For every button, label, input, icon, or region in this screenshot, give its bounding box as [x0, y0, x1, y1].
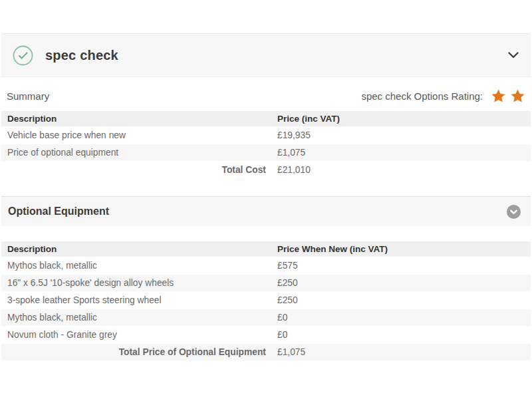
checkmark-circle-icon [13, 45, 33, 66]
chevron-down-icon[interactable] [508, 52, 519, 59]
table-row: Mythos black, metallic £0 [1, 309, 531, 327]
row-price: £250 [271, 292, 531, 309]
summary-label: Summary [7, 90, 49, 102]
summary-table-header-row: Description Price (inc VAT) [1, 111, 531, 127]
row-description: Mythos black, metallic [1, 309, 271, 327]
summary-total-row: Total Cost £21,010 [1, 162, 531, 179]
circle-chevron-down-icon[interactable] [507, 205, 521, 219]
optional-equipment-table-wrap: Description Price When New (inc VAT) Myt… [0, 241, 532, 361]
summary-table: Description Price (inc VAT) Vehicle base… [1, 111, 531, 179]
oe-table-header-row: Description Price When New (inc VAT) [1, 241, 531, 257]
summary-row: Summary spec check Options Rating: [1, 86, 531, 105]
options-rating-label: spec check Options Rating: [361, 90, 483, 102]
row-price: £575 [271, 257, 531, 275]
oe-total-row: Total Price of Optional Equipment £1,075 [1, 344, 531, 361]
oe-total-value: £1,075 [271, 344, 531, 361]
options-rating: spec check Options Rating: [361, 88, 525, 104]
star-icon [510, 88, 525, 104]
table-row: Price of optional equipment £1,075 [1, 144, 531, 162]
spec-check-title: spec check [45, 48, 118, 63]
row-description: 16" x 6.5J '10-spoke' design alloy wheel… [1, 275, 271, 292]
table-row: 3-spoke leather Sports steering wheel £2… [1, 292, 531, 309]
spec-check-page: spec check Summary spec check Options Ra… [0, 0, 532, 399]
optional-equipment-header[interactable]: Optional Equipment [1, 196, 531, 226]
table-row: Mythos black, metallic £575 [1, 257, 531, 275]
optional-equipment-table: Description Price When New (inc VAT) Myt… [1, 241, 531, 361]
row-price: £19,935 [271, 127, 531, 144]
table-row: 16" x 6.5J '10-spoke' design alloy wheel… [1, 275, 531, 292]
row-price: £0 [271, 327, 531, 344]
star-icon [491, 88, 506, 104]
oe-total-label: Total Price of Optional Equipment [1, 344, 271, 361]
oe-col-price: Price When New (inc VAT) [271, 241, 531, 257]
row-description: Vehicle base price when new [1, 127, 271, 144]
row-price: £0 [271, 309, 531, 327]
row-description: Mythos black, metallic [1, 257, 271, 275]
spec-check-header[interactable]: spec check [1, 33, 531, 77]
summary-col-description: Description [1, 111, 271, 127]
summary-col-price: Price (inc VAT) [271, 111, 531, 127]
total-cost-label: Total Cost [1, 162, 271, 179]
oe-col-description: Description [1, 241, 271, 257]
table-row: Novum cloth - Granite grey £0 [1, 327, 531, 344]
row-price: £1,075 [271, 144, 531, 162]
rating-stars [491, 88, 525, 104]
top-spacer [0, 0, 532, 33]
total-cost-value: £21,010 [271, 162, 531, 179]
row-description: 3-spoke leather Sports steering wheel [1, 292, 271, 309]
row-price: £250 [271, 275, 531, 292]
row-description: Novum cloth - Granite grey [1, 327, 271, 344]
row-description: Price of optional equipment [1, 144, 271, 162]
table-row: Vehicle base price when new £19,935 [1, 127, 531, 144]
optional-equipment-title: Optional Equipment [8, 205, 109, 217]
